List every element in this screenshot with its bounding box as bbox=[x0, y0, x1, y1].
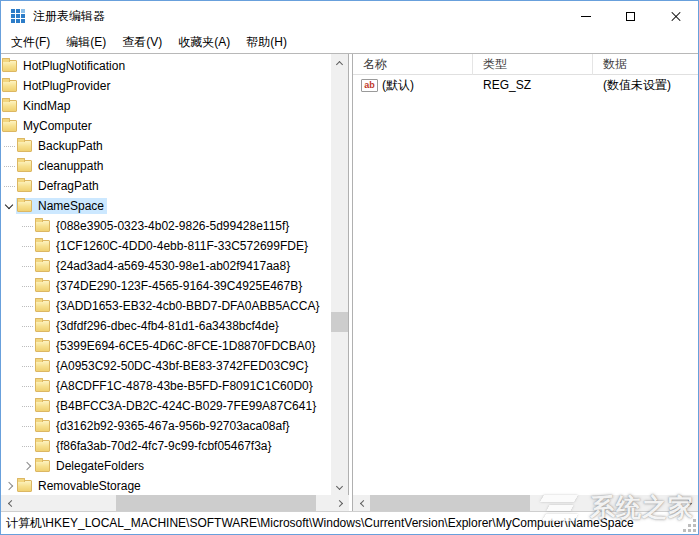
tree-item-label: {B4BFCC3A-DB2C-424C-B029-7FE99A87C641} bbox=[56, 399, 316, 413]
vertical-scroll-thumb[interactable] bbox=[331, 312, 348, 332]
column-header-name[interactable]: 名称 bbox=[353, 54, 473, 75]
folder-icon bbox=[35, 260, 50, 272]
chevron-down-icon bbox=[336, 482, 343, 489]
regedit-app-icon bbox=[11, 9, 25, 23]
tree-expander[interactable] bbox=[1, 156, 16, 176]
tree-expander[interactable] bbox=[19, 256, 34, 276]
horizontal-scroll-thumb[interactable] bbox=[370, 495, 530, 511]
chevron-left-icon bbox=[7, 499, 14, 506]
tree-item[interactable]: MyComputer bbox=[1, 116, 332, 136]
registry-tree: HotPlugNotification HotPlugProvider Kind… bbox=[1, 54, 332, 496]
tree-item-label: {3ADD1653-EB32-4cb0-BBD7-DFA0ABB5ACCA} bbox=[56, 299, 319, 313]
chevron-left-icon bbox=[359, 499, 366, 506]
tree-item[interactable]: HotPlugProvider bbox=[1, 76, 332, 96]
tree-expander[interactable] bbox=[19, 436, 34, 456]
tree-item[interactable]: {374DE290-123F-4565-9164-39C4925E467B} bbox=[1, 276, 332, 296]
tree-item[interactable]: {088e3905-0323-4b02-9826-5d99428e115f} bbox=[1, 216, 332, 236]
tree-item[interactable]: {A0953C92-50DC-43bf-BE83-3742FED03C9C} bbox=[1, 356, 332, 376]
folder-icon bbox=[35, 400, 50, 412]
tree-horizontal-scrollbar[interactable] bbox=[1, 495, 349, 511]
tree-item[interactable]: BackupPath bbox=[1, 136, 332, 156]
scroll-left-button[interactable] bbox=[1, 495, 18, 511]
tree-item[interactable]: HotPlugNotification bbox=[1, 56, 332, 76]
scroll-left-button[interactable] bbox=[353, 495, 370, 511]
tree-item[interactable]: {d3162b92-9365-467a-956b-92703aca08af} bbox=[1, 416, 332, 436]
maximize-button[interactable] bbox=[608, 1, 653, 31]
window-title: 注册表编辑器 bbox=[33, 8, 105, 25]
horizontal-scroll-track[interactable] bbox=[370, 495, 681, 511]
tree-expander[interactable] bbox=[1, 176, 16, 196]
tree-item[interactable]: {B4BFCC3A-DB2C-424C-B029-7FE99A87C641} bbox=[1, 396, 332, 416]
tree-item[interactable]: {3dfdf296-dbec-4fb4-81d1-6a3438bcf4de} bbox=[1, 316, 332, 336]
tree-item[interactable]: {5399E694-6CE5-4D6C-8FCE-1D8870FDCBA0} bbox=[1, 336, 332, 356]
folder-icon bbox=[2, 120, 17, 132]
value-row-default[interactable]: ab (默认) REG_SZ (数值未设置) bbox=[353, 75, 698, 95]
horizontal-scroll-thumb[interactable] bbox=[116, 495, 316, 511]
resize-grip-icon[interactable] bbox=[693, 529, 696, 532]
column-header-type[interactable]: 类型 bbox=[473, 54, 593, 75]
tree-item[interactable]: {24ad3ad4-a569-4530-98e1-ab02f9417aa8} bbox=[1, 256, 332, 276]
chevron-right-icon bbox=[335, 499, 342, 506]
title-bar: 注册表编辑器 bbox=[1, 1, 698, 31]
tree-item[interactable]: {A8CDFF1C-4878-43be-B5FD-F8091C1C60D0} bbox=[1, 376, 332, 396]
menu-edit[interactable]: 编辑(E) bbox=[58, 31, 114, 53]
tree-item[interactable]: KindMap bbox=[1, 96, 332, 116]
tree-item[interactable]: DelegateFolders bbox=[1, 456, 332, 476]
tree-expander[interactable] bbox=[19, 216, 34, 236]
scroll-up-button[interactable] bbox=[331, 54, 348, 71]
tree-item-label: HotPlugProvider bbox=[23, 79, 110, 93]
tree-item-label: BackupPath bbox=[38, 139, 103, 153]
tree-item-label: {d3162b92-9365-467a-956b-92703aca08af} bbox=[56, 419, 290, 433]
string-value-icon: ab bbox=[361, 79, 378, 92]
value-data-cell: (数值未设置) bbox=[593, 77, 698, 94]
close-button[interactable] bbox=[653, 1, 698, 31]
tree-expander[interactable] bbox=[1, 136, 16, 156]
tree-expander[interactable] bbox=[19, 316, 34, 336]
folder-icon bbox=[35, 360, 50, 372]
tree-expander[interactable] bbox=[19, 456, 34, 476]
tree-expander[interactable] bbox=[19, 356, 34, 376]
scroll-right-button[interactable] bbox=[681, 495, 698, 511]
minimize-button[interactable] bbox=[563, 1, 608, 31]
tree-item-label: DelegateFolders bbox=[56, 459, 144, 473]
tree-expander[interactable] bbox=[19, 416, 34, 436]
tree-expander[interactable] bbox=[1, 196, 16, 216]
tree-expander[interactable] bbox=[1, 476, 16, 496]
tree-item[interactable]: DefragPath bbox=[1, 176, 332, 196]
menu-help[interactable]: 帮助(H) bbox=[238, 31, 295, 53]
tree-item[interactable]: {f86fa3ab-70d2-4fc7-9c99-fcbf05467f3a} bbox=[1, 436, 332, 456]
tree-item[interactable]: cleanuppath bbox=[1, 156, 332, 176]
menu-bar: 文件(F) 编辑(E) 查看(V) 收藏夹(A) 帮助(H) bbox=[1, 31, 698, 53]
maximize-icon bbox=[626, 12, 635, 21]
tree-expander[interactable] bbox=[19, 376, 34, 396]
values-pane: 名称 类型 数据 ab (默认) REG_SZ (数值未设置) bbox=[352, 54, 698, 511]
folder-icon bbox=[35, 280, 50, 292]
chevron-up-icon bbox=[336, 60, 343, 67]
menu-favorites[interactable]: 收藏夹(A) bbox=[170, 31, 238, 53]
close-icon bbox=[670, 11, 681, 22]
list-horizontal-scrollbar[interactable] bbox=[353, 495, 698, 511]
tree-expander[interactable] bbox=[19, 236, 34, 256]
list-header: 名称 类型 数据 bbox=[353, 54, 698, 75]
scroll-right-button[interactable] bbox=[332, 495, 349, 511]
menu-file[interactable]: 文件(F) bbox=[3, 31, 58, 53]
folder-icon bbox=[35, 220, 50, 232]
menu-view[interactable]: 查看(V) bbox=[114, 31, 170, 53]
horizontal-scroll-track[interactable] bbox=[18, 495, 332, 511]
tree-item[interactable]: NameSpace bbox=[1, 196, 332, 216]
folder-icon bbox=[17, 160, 32, 172]
tree-item[interactable]: {3ADD1653-EB32-4cb0-BBD7-DFA0ABB5ACCA} bbox=[1, 296, 332, 316]
folder-icon bbox=[2, 100, 17, 112]
tree-vertical-scrollbar[interactable] bbox=[331, 54, 348, 496]
tree-expander[interactable] bbox=[19, 336, 34, 356]
tree-item[interactable]: RemovableStorage bbox=[1, 476, 332, 496]
scroll-down-button[interactable] bbox=[331, 479, 348, 496]
tree-expander[interactable] bbox=[19, 296, 34, 316]
column-header-data[interactable]: 数据 bbox=[593, 54, 698, 75]
tree-expander[interactable] bbox=[19, 396, 34, 416]
registry-tree-pane: HotPlugNotification HotPlugProvider Kind… bbox=[1, 54, 349, 511]
main-content: HotPlugNotification HotPlugProvider Kind… bbox=[1, 53, 698, 511]
tree-expander[interactable] bbox=[19, 276, 34, 296]
tree-item[interactable]: {1CF1260C-4DD0-4ebb-811F-33C572699FDE} bbox=[1, 236, 332, 256]
selected-key-path: 计算机\HKEY_LOCAL_MACHINE\SOFTWARE\Microsof… bbox=[1, 515, 634, 532]
